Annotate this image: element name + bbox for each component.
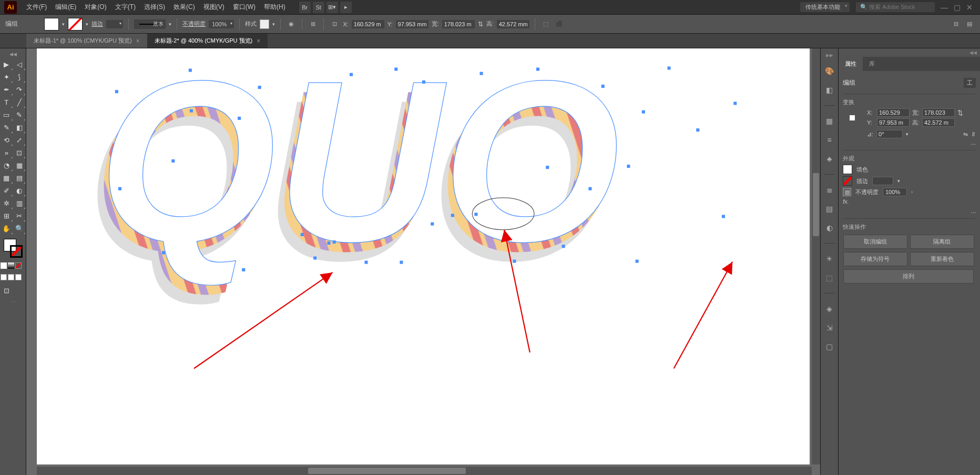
x-input[interactable] (352, 20, 384, 28)
pen-tool[interactable]: ✒ (0, 83, 13, 96)
lasso-tool[interactable]: ⟆ (13, 70, 26, 83)
gpu-icon[interactable]: ▸ (340, 2, 352, 13)
transform-anchor-icon[interactable]: ⊡ (329, 19, 340, 29)
screen-mode-tool[interactable]: ⊡ (0, 284, 13, 297)
line-tool[interactable]: ╱ (13, 96, 26, 108)
draw-inside[interactable] (15, 274, 22, 280)
prop-w-input[interactable] (922, 108, 955, 117)
menu-view[interactable]: 视图(V) (199, 3, 229, 12)
btn-save-symbol[interactable]: 存储为符号 (843, 252, 907, 266)
angle-dropdown-icon[interactable]: ▾ (906, 132, 908, 137)
align-icon[interactable]: ⊞ (308, 19, 318, 29)
stroke-swatch[interactable] (68, 18, 83, 31)
canvas[interactable]: QUO QUO QUO (37, 48, 810, 464)
rectangle-tool[interactable]: ▭ (0, 108, 13, 121)
draw-behind[interactable] (8, 274, 14, 280)
angle-input[interactable] (876, 130, 903, 138)
stroke-weight-input[interactable] (872, 177, 893, 185)
flip-v-icon[interactable]: ⥯ (971, 131, 976, 138)
menu-window[interactable]: 窗口(W) (229, 3, 260, 12)
style-swatch[interactable] (260, 19, 269, 29)
slice-tool[interactable]: ✂ (13, 209, 26, 222)
menu-select[interactable]: 选择(S) (140, 3, 169, 12)
width-tool[interactable]: » (0, 146, 13, 159)
link-wh-icon[interactable]: ⇅ (957, 109, 964, 117)
transform-more-icon[interactable]: ... (843, 138, 976, 147)
artboard-tool[interactable]: ⊞ (0, 209, 13, 222)
stroke-profile-dropdown-icon[interactable]: ▾ (169, 22, 171, 27)
swatches-panel-icon[interactable]: ▦ (824, 115, 835, 127)
menu-object[interactable]: 对象(O) (80, 3, 110, 12)
fx-label[interactable]: fx. (843, 198, 849, 205)
bridge-icon[interactable]: Br (299, 2, 311, 13)
vertical-scrollbar[interactable] (812, 48, 820, 464)
btn-isolate[interactable]: 隔离组 (910, 235, 974, 249)
menu-type[interactable]: 文字(T) (111, 3, 140, 12)
graphic-styles-icon[interactable]: ⬚ (824, 272, 835, 284)
color-mode-color[interactable] (1, 262, 7, 269)
shape-mode-icon-2[interactable]: ⬛ (554, 19, 565, 29)
appearance-panel-icon[interactable]: ☀ (824, 253, 835, 265)
free-transform-tool[interactable]: ⊡ (13, 146, 26, 159)
scale-tool[interactable]: ⤢ (13, 134, 26, 146)
stroke-panel-icon[interactable]: ≣ (824, 184, 835, 196)
prop-h-input[interactable] (922, 118, 955, 127)
fill-swatch[interactable] (44, 18, 59, 31)
stock-icon[interactable]: St (313, 2, 324, 13)
mesh-tool[interactable]: ▦ (0, 171, 13, 184)
shape-mode-icon-1[interactable]: ⬚ (540, 19, 551, 29)
maximize-icon[interactable]: ▢ (952, 2, 962, 13)
opacity-dropdown[interactable]: 100% (209, 20, 234, 28)
layers-panel-icon[interactable]: ◈ (824, 303, 835, 315)
eyedropper-tool[interactable]: ✐ (0, 184, 13, 197)
btn-recolor[interactable]: 重新着色 (910, 252, 974, 266)
fill-swatch-panel[interactable] (843, 165, 852, 174)
direct-selection-tool[interactable]: ◁ (13, 58, 26, 70)
opacity-chevron-icon[interactable]: › (911, 189, 913, 195)
stroke-indicator[interactable] (10, 245, 23, 258)
panel-dock-icon[interactable]: ⊟ (951, 19, 961, 29)
menu-file[interactable]: 文件(F) (22, 3, 51, 12)
shape-builder-tool[interactable]: ◔ (0, 159, 13, 171)
draw-normal[interactable] (1, 274, 7, 280)
arrange-docs-icon[interactable]: ⊞▾ (326, 2, 338, 13)
brushes-panel-icon[interactable]: ≡ (824, 134, 835, 146)
tab-properties[interactable]: 属性 (839, 57, 863, 71)
shaper-tool[interactable]: ✎ (0, 121, 13, 134)
hand-tool[interactable]: ✋ (0, 222, 13, 235)
menu-effect[interactable]: 效果(C) (169, 3, 199, 12)
stroke-dropdown-icon[interactable]: ▾ (86, 22, 88, 27)
column-graph-tool[interactable]: ▥ (13, 197, 26, 209)
stroke-weight-dropdown-icon[interactable]: ▾ (897, 178, 900, 184)
asset-export-icon[interactable]: ⇲ (824, 322, 835, 333)
prop-x-input[interactable] (877, 108, 910, 117)
document-tab-1[interactable]: 未标题-1* @ 100% (CMYK/GPU 预览) × (26, 34, 147, 48)
workspace-switcher[interactable]: 传统基本功能 (800, 2, 850, 12)
stroke-swatch-panel[interactable] (843, 176, 852, 186)
color-panel-icon[interactable]: 🎨 (824, 65, 835, 77)
type-tool[interactable]: T (0, 96, 13, 108)
color-mode-none[interactable] (15, 262, 22, 269)
btn-arrange[interactable]: 排列 (843, 269, 974, 284)
document-tab-2[interactable]: 未标题-2* @ 400% (CMYK/GPU 预览) × (147, 34, 268, 48)
minimize-icon[interactable]: — (939, 2, 950, 13)
opacity-label[interactable]: 不透明度 (182, 20, 206, 28)
blend-tool[interactable]: ◐ (13, 184, 26, 197)
prop-y-input[interactable] (877, 118, 910, 127)
fill-dropdown-icon[interactable]: ▾ (62, 22, 65, 27)
fill-stroke-indicator[interactable] (0, 239, 26, 258)
style-dropdown-icon[interactable]: ▾ (272, 22, 275, 27)
symbols-panel-icon[interactable]: ♣ (824, 153, 835, 165)
menu-help[interactable]: 帮助(H) (260, 3, 290, 12)
selection-tool[interactable]: ▶ (0, 58, 13, 70)
symbol-sprayer-tool[interactable]: ✲ (0, 197, 13, 209)
transparency-panel-icon[interactable]: ◐ (824, 222, 835, 234)
recolor-icon[interactable]: ◉ (286, 19, 297, 29)
tab-close-icon[interactable]: × (136, 37, 140, 45)
gradient-panel-icon[interactable]: ▤ (824, 203, 835, 215)
menu-edit[interactable]: 编辑(E) (51, 3, 80, 12)
horizontal-scrollbar[interactable] (37, 467, 812, 475)
color-mode-gradient[interactable] (8, 262, 14, 269)
zoom-tool[interactable]: 🔍 (13, 222, 26, 235)
gradient-tool[interactable]: ▤ (13, 171, 26, 184)
